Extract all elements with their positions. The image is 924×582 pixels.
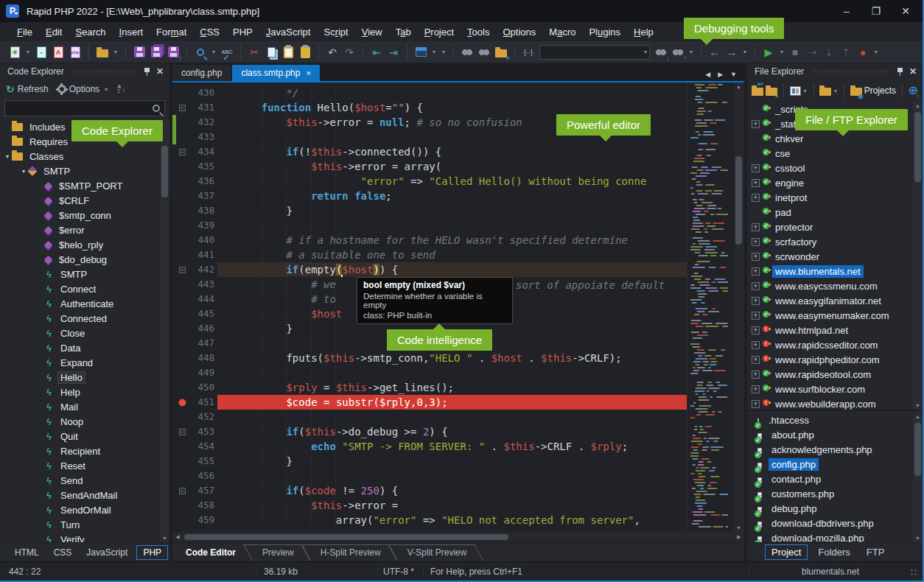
code-line-451[interactable]: 451 $code = substr($rply,0,3);: [172, 395, 687, 410]
dropdown-icon[interactable]: ▾: [24, 49, 32, 55]
fold-collapse-icon[interactable]: −: [179, 105, 186, 111]
gutter-fold[interactable]: [176, 395, 188, 410]
menu-item-project[interactable]: Project: [418, 24, 461, 40]
menu-item-search[interactable]: Search: [69, 24, 112, 40]
folder-projects-icon[interactable]: ⊕: [850, 83, 862, 98]
gutter-fold[interactable]: [176, 218, 188, 233]
menu-item-insert[interactable]: Insert: [113, 24, 150, 40]
folder-scrollbar[interactable]: ▲▼: [913, 102, 923, 410]
tree-item-smtp_conn[interactable]: $smtp_conn: [0, 208, 169, 222]
expand-icon[interactable]: +: [752, 253, 760, 261]
fold-collapse-icon[interactable]: −: [179, 488, 186, 494]
scroll-up-icon[interactable]: ▲: [734, 84, 743, 89]
expand-icon[interactable]: +: [752, 312, 760, 320]
file-item-contact-php[interactable]: ‹›✓contact.php: [747, 471, 923, 486]
nav-back-icon[interactable]: ←: [707, 45, 722, 60]
tree-item-classes[interactable]: ▾Classes: [0, 149, 169, 164]
gutter-fold[interactable]: [176, 498, 188, 513]
gear-icon[interactable]: [57, 85, 66, 94]
gutter-fold[interactable]: [176, 174, 188, 189]
expand-icon[interactable]: +: [752, 179, 760, 187]
doc-code-icon[interactable]: ‹›: [34, 45, 49, 60]
tree-item-error[interactable]: $error: [0, 222, 169, 237]
code-line-440[interactable]: 440 # if a hostname for the HELO wasn't …: [172, 233, 687, 248]
view-tab-preview[interactable]: Preview: [252, 544, 310, 561]
expand-icon[interactable]: +: [752, 282, 760, 290]
tree-scrollbar[interactable]: ▼: [160, 119, 169, 542]
tab-scroll-right-icon[interactable]: ▶: [718, 71, 723, 78]
refresh-icon[interactable]: ↻: [6, 83, 15, 95]
folder-item-inetprot[interactable]: +✓inetprot: [747, 190, 923, 205]
minimize-button[interactable]: –: [841, 5, 852, 17]
tree-item-smtp[interactable]: ▾SMTP: [0, 164, 169, 178]
breakpoint-icon[interactable]: [178, 399, 186, 407]
file-item-customers-php[interactable]: ‹›✓customers.php: [747, 486, 923, 501]
folder-item-engine[interactable]: +✓engine: [747, 175, 923, 190]
fold-collapse-icon[interactable]: −: [179, 429, 186, 435]
tree-item-do_debug[interactable]: $do_debug: [0, 252, 169, 267]
code-text[interactable]: $code = substr($rply,0,3);: [217, 395, 687, 410]
code-line-436[interactable]: 436 "error" => "Called Hello() without b…: [172, 174, 687, 189]
code-text[interactable]: return false;: [217, 189, 687, 203]
doc-tab-css[interactable]: CSS: [48, 545, 78, 560]
globe-upload-icon[interactable]: ⊕↑: [909, 83, 918, 98]
code-explorer-search[interactable]: [4, 100, 165, 116]
gutter-fold[interactable]: [176, 248, 188, 262]
gutter-fold[interactable]: −: [176, 424, 188, 439]
folder-item-www-htmlpad-net[interactable]: +!www.htmlpad.net: [747, 323, 923, 337]
tree-item-helo_rply[interactable]: $helo_rply: [0, 237, 169, 252]
editor-horizontal-scrollbar[interactable]: ◀ ▶: [172, 532, 744, 542]
folder-item-scrfactory[interactable]: +✓scrfactory: [747, 234, 923, 249]
code-line-450[interactable]: 450 $rply = $this->get_lines();: [172, 380, 687, 395]
tree-item-verify[interactable]: ϟVerify: [0, 532, 169, 542]
menu-item-macro[interactable]: Macro: [542, 24, 582, 40]
options-button[interactable]: Options: [69, 84, 99, 94]
expand-icon[interactable]: +: [752, 223, 760, 231]
tree-item-send[interactable]: ϟSend: [0, 473, 169, 488]
code-text[interactable]: }: [217, 454, 687, 469]
tree-item-mail[interactable]: ϟMail: [0, 399, 169, 414]
folder-item-scrwonder[interactable]: +✓scrwonder: [747, 249, 923, 264]
folder-item-chkver[interactable]: +✓chkver: [747, 131, 923, 146]
search-combobox[interactable]: ▾: [539, 45, 650, 60]
menu-item-php[interactable]: PHP: [226, 24, 259, 40]
tree-item-recipient[interactable]: ϟRecipient: [0, 443, 169, 458]
find-prev-icon[interactable]: [460, 45, 475, 60]
expand-icon[interactable]: +: [752, 356, 760, 364]
close-panel-icon[interactable]: ✕: [908, 66, 918, 77]
folder-item-www-rapidcsseditor-com[interactable]: +!www.rapidcsseditor.com: [747, 337, 923, 352]
code-line-449[interactable]: 449: [172, 365, 687, 380]
gutter-fold[interactable]: [176, 336, 188, 351]
menu-item-format[interactable]: Format: [150, 24, 193, 40]
code-text[interactable]: [217, 410, 687, 424]
expand-icon[interactable]: +: [752, 371, 760, 379]
editor-tab-class-smtp-php[interactable]: class.smtp.php×: [232, 65, 319, 81]
gutter-fold[interactable]: [176, 380, 188, 395]
folder-item-www-easycssmenu-com[interactable]: +✓www.easycssmenu.com: [747, 278, 923, 293]
dropdown-icon[interactable]: ▾: [741, 49, 749, 55]
close-panel-icon[interactable]: ✕: [155, 66, 165, 77]
folder-item-www-easygifanimator-net[interactable]: +✓www.easygifanimator.net: [747, 293, 923, 308]
folder-add-icon[interactable]: +: [766, 83, 777, 98]
folder-find-icon[interactable]: ⌕: [494, 45, 508, 60]
find-down-icon[interactable]: ↓: [654, 45, 668, 60]
tree-item-turn[interactable]: ϟTurn: [0, 517, 169, 532]
code-text[interactable]: [217, 218, 687, 233]
scroll-down-icon[interactable]: ▼: [160, 536, 169, 541]
gutter-fold[interactable]: [176, 454, 188, 469]
code-line-441[interactable]: 441 # a suitable one to send: [172, 248, 687, 262]
scroll-down-icon[interactable]: ▼: [913, 403, 923, 408]
code-text[interactable]: fputs($this->smtp_conn,"HELO " . $host .…: [217, 351, 687, 365]
gutter-fold[interactable]: −: [176, 262, 188, 277]
tree-item-connected[interactable]: ϟConnected: [0, 311, 169, 326]
code-text[interactable]: $this->error = array(: [217, 159, 687, 174]
tab-scroll-left-icon[interactable]: ◀: [705, 71, 710, 78]
tree-item-authenticate[interactable]: ϟAuthenticate: [0, 296, 169, 311]
minimap[interactable]: [687, 83, 734, 532]
indent-icon[interactable]: ⇥: [386, 45, 401, 60]
code-text[interactable]: }: [217, 203, 687, 218]
doc-a-icon[interactable]: A: [51, 45, 66, 60]
gutter-fold[interactable]: [176, 321, 188, 336]
pin-icon[interactable]: [897, 67, 903, 76]
code-line-453[interactable]: −453 if($this->do_debug >= 2) {: [172, 424, 687, 439]
